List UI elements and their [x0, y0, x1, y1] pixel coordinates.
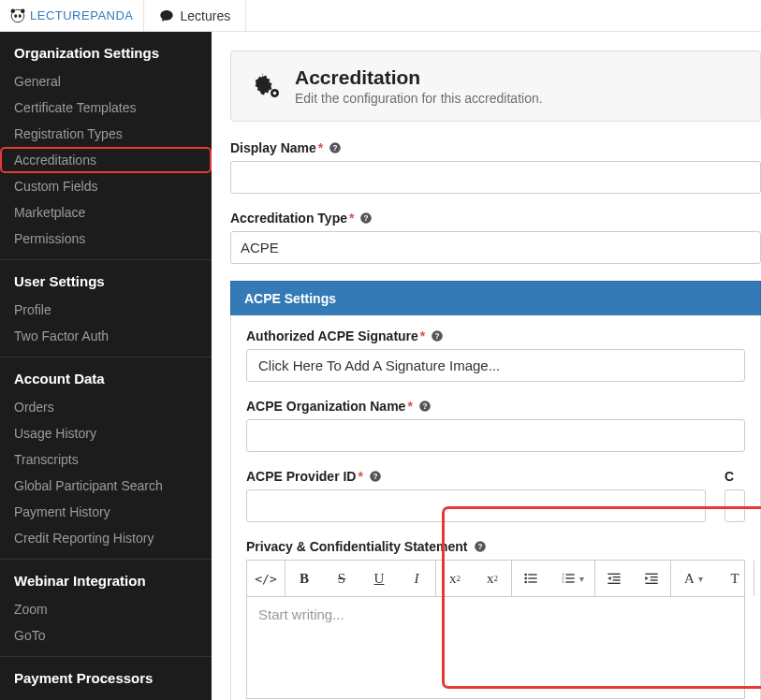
- page-title: Accreditation: [295, 66, 543, 89]
- help-icon[interactable]: ?: [329, 141, 342, 154]
- toolbar-strike-button[interactable]: S: [323, 561, 360, 596]
- required-asterisk: *: [349, 211, 354, 226]
- toolbar-ordered-list-button[interactable]: 123 ▾: [549, 561, 594, 596]
- topbar: LECTUREPANDA Lectures: [0, 0, 761, 32]
- page-header-panel: Accreditation Edit the configuration for…: [230, 51, 761, 122]
- editor-textarea[interactable]: Start writing...: [246, 596, 745, 699]
- svg-text:?: ?: [477, 543, 482, 551]
- toolbar-subscript-button[interactable]: x2: [474, 561, 511, 596]
- sidebar-item-general[interactable]: General: [0, 68, 212, 95]
- toolbar-text-button[interactable]: T: [716, 561, 754, 596]
- help-icon[interactable]: ?: [359, 211, 373, 225]
- list-ul-icon: [523, 571, 538, 586]
- add-signature-button[interactable]: Click Here To Add A Signature Image...: [246, 349, 745, 382]
- svg-point-19: [524, 574, 527, 576]
- svg-point-2: [21, 8, 25, 13]
- toolbar-underline-button[interactable]: U: [360, 561, 398, 596]
- sidebar-item-marketplace[interactable]: Marketplace: [0, 199, 212, 226]
- sidebar-item-certificate-templates[interactable]: Certificate Templates: [0, 95, 212, 121]
- toolbar-superscript-button[interactable]: x2: [436, 561, 474, 596]
- svg-point-21: [524, 577, 527, 580]
- sidebar-heading-org: Organization Settings: [0, 32, 212, 68]
- sidebar-item-profile[interactable]: Profile: [0, 297, 212, 323]
- acpe-col2-group: C: [724, 469, 745, 522]
- svg-rect-27: [565, 581, 574, 582]
- svg-text:?: ?: [333, 144, 338, 153]
- topnav-lectures[interactable]: Lectures: [144, 0, 247, 31]
- sidebar-item-global-search[interactable]: Global Participant Search: [0, 473, 212, 499]
- toolbar-italic-button[interactable]: I: [398, 561, 435, 596]
- help-icon[interactable]: ?: [418, 400, 432, 413]
- brand-logo[interactable]: LECTUREPANDA: [0, 0, 144, 31]
- svg-rect-35: [645, 574, 657, 575]
- acpe-signature-label: Authorized ACPE Signature* ?: [246, 328, 745, 343]
- sidebar-item-payment-history[interactable]: Payment History: [0, 499, 212, 525]
- sidebar-item-permissions[interactable]: Permissions: [0, 226, 212, 252]
- acpe-col2-input[interactable]: [724, 489, 745, 522]
- required-asterisk: *: [407, 399, 412, 414]
- brand-text: LECTUREPANDA: [30, 8, 134, 22]
- sidebar-item-affinipay[interactable]: Affinipay: [0, 693, 212, 700]
- sidebar-item-usage-history[interactable]: Usage History: [0, 420, 212, 446]
- toolbar-font-color-button[interactable]: A▾: [671, 561, 716, 596]
- sidebar: Organization Settings General Certificat…: [0, 32, 212, 700]
- chevron-down-icon: ▾: [579, 574, 584, 584]
- sidebar-item-goto[interactable]: GoTo: [0, 622, 212, 649]
- sidebar-item-orders[interactable]: Orders: [0, 394, 212, 420]
- acpe-settings-box: Authorized ACPE Signature* ? Click Here …: [230, 315, 761, 700]
- svg-rect-25: [565, 574, 574, 575]
- sidebar-item-custom-fields[interactable]: Custom Fields: [0, 173, 212, 199]
- sidebar-item-zoom[interactable]: Zoom: [0, 596, 212, 622]
- acpe-org-name-input[interactable]: [246, 419, 745, 452]
- sidebar-heading-user: User Settings: [0, 260, 212, 297]
- display-name-group: Display Name* ?: [230, 140, 761, 194]
- svg-rect-37: [651, 579, 658, 580]
- svg-text:?: ?: [422, 402, 427, 411]
- acpe-provider-id-label: ACPE Provider ID* ?: [246, 469, 706, 484]
- acpe-settings-header: ACPE Settings: [230, 281, 761, 315]
- accreditation-type-input[interactable]: [230, 231, 761, 264]
- sidebar-heading-account: Account Data: [0, 357, 212, 394]
- toolbar-outdent-button[interactable]: [595, 561, 633, 596]
- help-icon[interactable]: ?: [431, 329, 444, 343]
- acpe-org-name-label: ACPE Organization Name* ?: [246, 399, 745, 414]
- toolbar-unordered-list-button[interactable]: [512, 561, 549, 596]
- page-subtitle: Edit the configuration for this accredit…: [295, 91, 543, 106]
- sidebar-item-credit-reporting[interactable]: Credit Reporting History: [0, 525, 212, 551]
- sidebar-heading-payment-proc: Payment Processors: [0, 657, 212, 693]
- sidebar-item-accreditations[interactable]: Accreditations: [0, 147, 212, 173]
- editor-toolbar: </> B S U I x2 x2: [246, 560, 745, 596]
- help-icon[interactable]: ?: [369, 470, 382, 483]
- sidebar-item-registration-types[interactable]: Registration Types: [0, 121, 212, 147]
- required-asterisk: *: [358, 469, 362, 484]
- svg-rect-24: [528, 581, 536, 582]
- svg-point-1: [11, 8, 16, 13]
- acpe-provider-id-input[interactable]: [246, 489, 706, 522]
- display-name-input[interactable]: [230, 161, 761, 194]
- sidebar-item-two-factor[interactable]: Two Factor Auth: [0, 323, 212, 349]
- acpe-signature-group: Authorized ACPE Signature* ? Click Here …: [246, 328, 745, 382]
- svg-rect-36: [651, 576, 658, 577]
- sidebar-item-transcripts[interactable]: Transcripts: [0, 446, 212, 473]
- svg-rect-26: [565, 577, 574, 578]
- toolbar-code-button[interactable]: </>: [247, 561, 285, 596]
- sidebar-heading-webinar: Webinar Integration: [0, 560, 212, 596]
- svg-rect-20: [528, 574, 536, 575]
- indent-icon: [644, 571, 659, 586]
- comment-icon: [159, 8, 174, 23]
- help-icon[interactable]: ?: [474, 540, 487, 553]
- accreditation-type-label: Accreditation Type* ?: [230, 211, 761, 226]
- topnav-lectures-label: Lectures: [181, 8, 231, 23]
- svg-point-4: [19, 14, 22, 18]
- svg-point-3: [14, 14, 17, 18]
- gears-icon: [248, 69, 282, 103]
- svg-point-6: [273, 92, 277, 95]
- required-asterisk: *: [420, 328, 425, 343]
- acpe-provider-id-group: ACPE Provider ID* ?: [246, 469, 706, 522]
- svg-text:3: 3: [562, 579, 564, 584]
- accreditation-type-group: Accreditation Type* ?: [230, 211, 761, 264]
- toolbar-bold-button[interactable]: B: [285, 561, 323, 596]
- outdent-icon: [607, 571, 622, 586]
- svg-rect-31: [607, 574, 620, 575]
- toolbar-indent-button[interactable]: [633, 561, 670, 596]
